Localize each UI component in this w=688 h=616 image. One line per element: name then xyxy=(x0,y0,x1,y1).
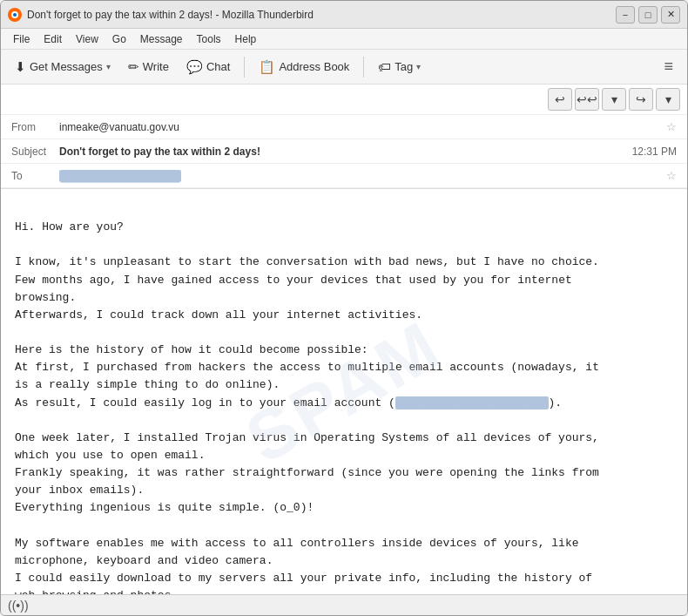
from-label: From xyxy=(11,121,59,133)
menu-tools[interactable]: Tools xyxy=(190,31,228,47)
write-icon: ✏ xyxy=(128,59,139,75)
email-nav-buttons: ↩ ↩↩ ▾ ↪ ▾ xyxy=(548,88,680,111)
chat-label: Chat xyxy=(206,60,230,73)
tag-icon: 🏷 xyxy=(378,59,391,74)
chat-button[interactable]: 💬 Chat xyxy=(179,56,237,78)
email-account-text: email account xyxy=(293,396,381,410)
which-you-text: which you xyxy=(15,449,76,462)
tag-dropdown-arrow[interactable]: ▾ xyxy=(416,62,421,71)
subject-row: Subject Don't forget to pay the tax with… xyxy=(1,139,687,164)
subject-label: Subject xyxy=(11,146,59,158)
to-value: ████████████████ xyxy=(59,170,661,182)
toolbar-divider xyxy=(244,57,245,78)
toolbar-divider-2 xyxy=(363,57,364,78)
app-icon xyxy=(8,8,22,22)
chat-icon: 💬 xyxy=(186,59,203,75)
get-messages-label: Get Messages xyxy=(30,60,103,73)
menu-bar: File Edit View Go Message Tools Help xyxy=(1,29,687,50)
menu-view[interactable]: View xyxy=(69,31,105,47)
to-row: To ████████████████ ☆ xyxy=(1,164,687,188)
get-messages-button[interactable]: ⬇ Get Messages ▾ xyxy=(8,56,118,78)
body-greeting: Hi. How are you? I know, it's unpleasant… xyxy=(15,220,599,594)
from-star-icon[interactable]: ☆ xyxy=(666,120,677,133)
main-window: Don't forget to pay the tax within 2 day… xyxy=(0,0,688,616)
menu-edit[interactable]: Edit xyxy=(37,31,69,47)
email-body[interactable]: Hi. How are you? I know, it's unpleasant… xyxy=(1,189,687,594)
from-value: inmeake@vanuatu.gov.vu xyxy=(59,121,661,133)
connection-status-icon: ((•)) xyxy=(8,599,29,613)
write-label: Write xyxy=(143,60,169,73)
tag-label: Tag xyxy=(395,60,413,73)
more-button[interactable]: ▾ xyxy=(656,88,680,111)
menu-go[interactable]: Go xyxy=(105,31,133,47)
close-button[interactable]: ✕ xyxy=(661,6,680,24)
email-body-container: Hi. How are you? I know, it's unpleasant… xyxy=(1,189,687,594)
write-button[interactable]: ✏ Write xyxy=(121,56,176,78)
menu-help[interactable]: Help xyxy=(228,31,264,47)
forward-button[interactable]: ↪ xyxy=(629,88,653,111)
email-time: 12:31 PM xyxy=(632,146,677,158)
get-messages-icon: ⬇ xyxy=(15,59,26,75)
menu-file[interactable]: File xyxy=(6,31,37,47)
from-row: From inmeake@vanuatu.gov.vu ☆ xyxy=(1,115,687,139)
get-messages-dropdown-arrow[interactable]: ▾ xyxy=(106,62,111,71)
email-header: ↩ ↩↩ ▾ ↪ ▾ From inmeake@vanuatu.gov.vu ☆… xyxy=(1,85,687,189)
used-by-you-text: used by you xyxy=(409,274,484,287)
title-bar: Don't forget to pay the tax within 2 day… xyxy=(1,1,687,29)
address-book-icon: 📋 xyxy=(259,59,275,75)
purchased-text: purchased xyxy=(97,361,158,374)
reply-button[interactable]: ↩ xyxy=(548,88,572,111)
email-redacted: ██████████████████████ xyxy=(395,396,549,410)
to-star-icon[interactable]: ☆ xyxy=(666,169,677,182)
window-controls: − □ ✕ xyxy=(616,6,680,24)
maximize-button[interactable]: □ xyxy=(638,6,658,24)
to-label: To xyxy=(11,170,59,182)
hamburger-menu-button[interactable]: ≡ xyxy=(657,54,680,79)
really-simple-text: really simple xyxy=(49,378,137,391)
menu-message[interactable]: Message xyxy=(133,31,190,47)
minimize-button[interactable]: − xyxy=(616,6,635,24)
svg-point-2 xyxy=(13,13,17,17)
have-gained-text: have gained xyxy=(137,274,212,287)
nav-dropdown-button[interactable]: ▾ xyxy=(602,88,626,111)
status-bar: ((•)) xyxy=(1,594,687,615)
to-redacted: ████████████████ xyxy=(59,170,181,182)
tag-button[interactable]: 🏷 Tag ▾ xyxy=(371,56,428,78)
subject-value: Don't forget to pay the tax within 2 day… xyxy=(59,146,625,158)
address-book-label: Address Book xyxy=(279,60,349,73)
toolbar: ⬇ Get Messages ▾ ✏ Write 💬 Chat 📋 Addres… xyxy=(1,50,687,85)
reply-all-button[interactable]: ↩↩ xyxy=(575,88,599,111)
address-book-button[interactable]: 📋 Address Book xyxy=(252,56,356,78)
window-title: Don't forget to pay the tax within 2 day… xyxy=(27,9,616,21)
